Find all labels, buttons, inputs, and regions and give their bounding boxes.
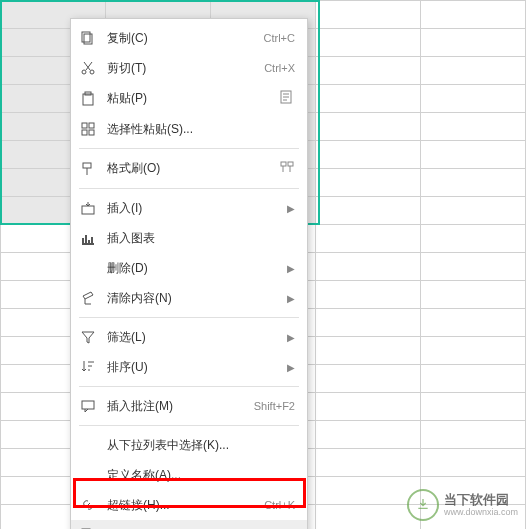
menu-delete[interactable]: 删除(D) ▶ xyxy=(71,253,307,283)
menu-label: 定义名称(A)... xyxy=(107,467,295,484)
cell[interactable] xyxy=(316,141,421,169)
cell[interactable] xyxy=(316,505,421,530)
svg-rect-13 xyxy=(288,162,293,166)
paste-icon xyxy=(79,90,97,108)
watermark-en: www.downxia.com xyxy=(444,507,518,518)
context-menu: 复制(C) Ctrl+C 剪切(T) Ctrl+X 粘贴(P) 选择性粘贴(S)… xyxy=(70,18,308,529)
cell[interactable] xyxy=(421,225,526,253)
svg-rect-7 xyxy=(82,123,87,128)
menu-label: 剪切(T) xyxy=(107,60,256,77)
cell[interactable] xyxy=(316,337,421,365)
cell[interactable] xyxy=(421,1,526,29)
menu-cut[interactable]: 剪切(T) Ctrl+X xyxy=(71,53,307,83)
menu-label: 筛选(L) xyxy=(107,329,279,346)
menu-shortcut: Ctrl+C xyxy=(264,32,295,44)
chevron-right-icon: ▶ xyxy=(287,293,295,304)
cell[interactable] xyxy=(421,113,526,141)
cell[interactable] xyxy=(316,449,421,477)
cell[interactable] xyxy=(421,449,526,477)
cell[interactable] xyxy=(421,141,526,169)
menu-separator xyxy=(79,386,299,387)
cut-icon xyxy=(79,59,97,77)
svg-point-2 xyxy=(82,70,86,74)
menu-label: 清除内容(N) xyxy=(107,290,279,307)
chevron-right-icon: ▶ xyxy=(287,203,295,214)
menu-label: 从下拉列表中选择(K)... xyxy=(107,437,295,454)
cell[interactable] xyxy=(316,57,421,85)
svg-rect-4 xyxy=(83,94,93,105)
svg-rect-8 xyxy=(89,123,94,128)
menu-label: 粘贴(P) xyxy=(107,90,273,107)
menu-label: 复制(C) xyxy=(107,30,256,47)
cell[interactable] xyxy=(316,309,421,337)
svg-rect-10 xyxy=(89,130,94,135)
cell[interactable] xyxy=(316,477,421,505)
cell[interactable] xyxy=(421,365,526,393)
menu-separator xyxy=(79,425,299,426)
cell[interactable] xyxy=(316,169,421,197)
cell[interactable] xyxy=(421,29,526,57)
menu-format-cells[interactable]: 设置单元格格式(F)... Ctrl+1 xyxy=(71,520,307,529)
menu-separator xyxy=(79,317,299,318)
menu-paste-special[interactable]: 选择性粘贴(S)... xyxy=(71,114,307,144)
menu-label: 插入批注(M) xyxy=(107,398,246,415)
cell[interactable] xyxy=(316,197,421,225)
paste-mode-icon xyxy=(279,89,295,108)
cell[interactable] xyxy=(421,169,526,197)
menu-insert-comment[interactable]: 插入批注(M) Shift+F2 xyxy=(71,391,307,421)
watermark-logo-icon xyxy=(407,489,439,521)
cell[interactable] xyxy=(316,225,421,253)
chevron-right-icon: ▶ xyxy=(287,332,295,343)
cell[interactable] xyxy=(421,337,526,365)
paste-special-icon xyxy=(79,120,97,138)
format-painter-extra-icon xyxy=(279,159,295,178)
menu-define-name[interactable]: 定义名称(A)... xyxy=(71,460,307,490)
cell[interactable] xyxy=(421,281,526,309)
menu-label: 插入(I) xyxy=(107,200,279,217)
cell[interactable] xyxy=(316,365,421,393)
menu-format-painter[interactable]: 格式刷(O) xyxy=(71,153,307,184)
menu-copy[interactable]: 复制(C) Ctrl+C xyxy=(71,23,307,53)
menu-separator xyxy=(79,148,299,149)
menu-insert[interactable]: 插入(I) ▶ xyxy=(71,193,307,223)
blank-icon xyxy=(79,259,97,277)
menu-clear-content[interactable]: 清除内容(N) ▶ xyxy=(71,283,307,313)
chevron-right-icon: ▶ xyxy=(287,263,295,274)
cell[interactable] xyxy=(421,421,526,449)
cell[interactable] xyxy=(316,421,421,449)
menu-label: 排序(U) xyxy=(107,359,279,376)
cell[interactable] xyxy=(421,85,526,113)
cell[interactable] xyxy=(421,253,526,281)
cell[interactable] xyxy=(316,393,421,421)
menu-label: 插入图表 xyxy=(107,230,295,247)
cell[interactable] xyxy=(421,57,526,85)
menu-select-from-dropdown[interactable]: 从下拉列表中选择(K)... xyxy=(71,430,307,460)
watermark-text: 当下软件园 www.downxia.com xyxy=(444,492,518,518)
menu-shortcut: Shift+F2 xyxy=(254,400,295,412)
menu-label: 删除(D) xyxy=(107,260,279,277)
menu-separator xyxy=(79,188,299,189)
chart-icon xyxy=(79,229,97,247)
menu-paste[interactable]: 粘贴(P) xyxy=(71,83,307,114)
menu-sort[interactable]: 排序(U) ▶ xyxy=(71,352,307,382)
cell[interactable] xyxy=(316,281,421,309)
cell[interactable] xyxy=(421,393,526,421)
cell[interactable] xyxy=(316,29,421,57)
cell[interactable] xyxy=(316,1,421,29)
cell[interactable] xyxy=(421,309,526,337)
svg-point-3 xyxy=(90,70,94,74)
comment-icon xyxy=(79,397,97,415)
cell[interactable] xyxy=(316,113,421,141)
menu-hyperlink[interactable]: 超链接(H)... Ctrl+K xyxy=(71,490,307,520)
cell[interactable] xyxy=(316,85,421,113)
menu-shortcut: Ctrl+K xyxy=(264,499,295,511)
insert-icon xyxy=(79,199,97,217)
menu-filter[interactable]: 筛选(L) ▶ xyxy=(71,322,307,352)
menu-insert-chart[interactable]: 插入图表 xyxy=(71,223,307,253)
copy-icon xyxy=(79,29,97,47)
cell[interactable] xyxy=(316,253,421,281)
cell[interactable] xyxy=(421,197,526,225)
format-painter-icon xyxy=(79,160,97,178)
svg-rect-9 xyxy=(82,130,87,135)
sort-icon xyxy=(79,358,97,376)
